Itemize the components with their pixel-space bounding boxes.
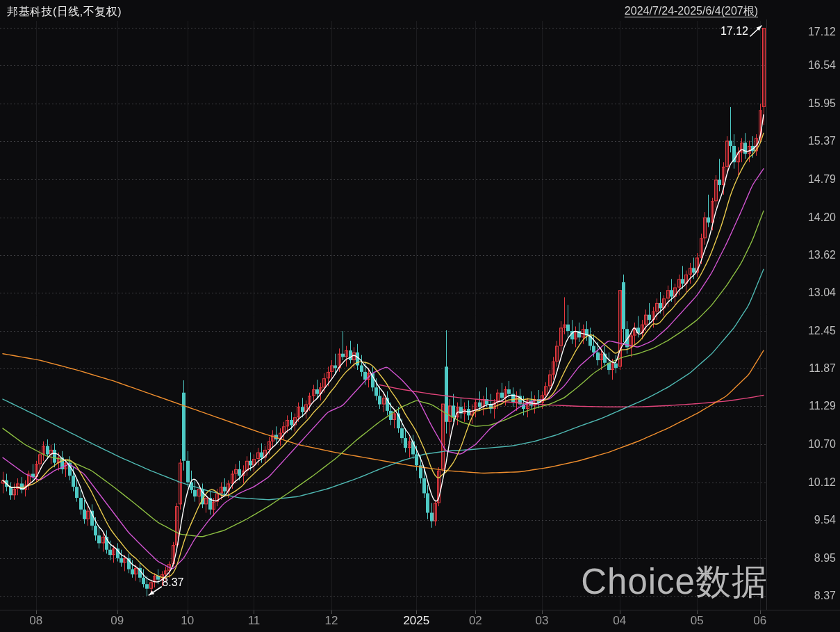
x-axis-label: 2025 [395,615,437,627]
y-axis-label: 14.79 [786,173,836,186]
y-axis-label: 9.54 [786,514,836,526]
y-axis-label: 10.70 [786,438,836,451]
y-axis-label: 17.12 [786,26,836,38]
x-axis-label: 12 [311,615,352,627]
x-axis-label: 09 [97,615,138,627]
chart-title: 邦基科技(日线,不复权) [7,5,122,19]
chart-window: 邦基科技(日线,不复权) 2024/7/24-2025/6/4(207根) 17… [0,0,840,632]
y-axis-label: 13.62 [786,249,836,261]
y-axis-label: 16.54 [786,59,836,72]
y-axis-label: 12.45 [786,325,836,337]
date-range-label[interactable]: 2024/7/24-2025/6/4(207根) [625,4,758,19]
high-price-annotation: 17.12 [720,25,748,38]
x-axis-label: 05 [676,615,718,627]
low-price-annotation: 8.37 [162,576,183,589]
y-axis-label: 10.12 [786,476,836,489]
y-axis-label: 13.04 [786,286,836,299]
y-axis-label: 11.29 [786,400,836,412]
y-axis-label: 15.95 [786,97,836,110]
x-axis-label: 10 [167,615,208,627]
watermark: Choice数据 [581,558,768,606]
x-axis-label: 06 [739,615,781,627]
x-axis-label: 08 [15,615,57,627]
candlestick-chart-canvas[interactable] [0,0,840,632]
y-axis-label: 11.87 [786,362,836,375]
y-axis-label: 8.37 [786,590,836,602]
x-axis-label: 03 [521,615,563,627]
x-axis-label: 11 [233,615,274,627]
y-axis-label: 14.20 [786,211,836,224]
y-axis-label: 8.95 [786,552,836,565]
x-axis-label: 02 [454,615,496,627]
y-axis-label: 15.37 [786,135,836,147]
x-axis-label: 04 [599,615,641,627]
